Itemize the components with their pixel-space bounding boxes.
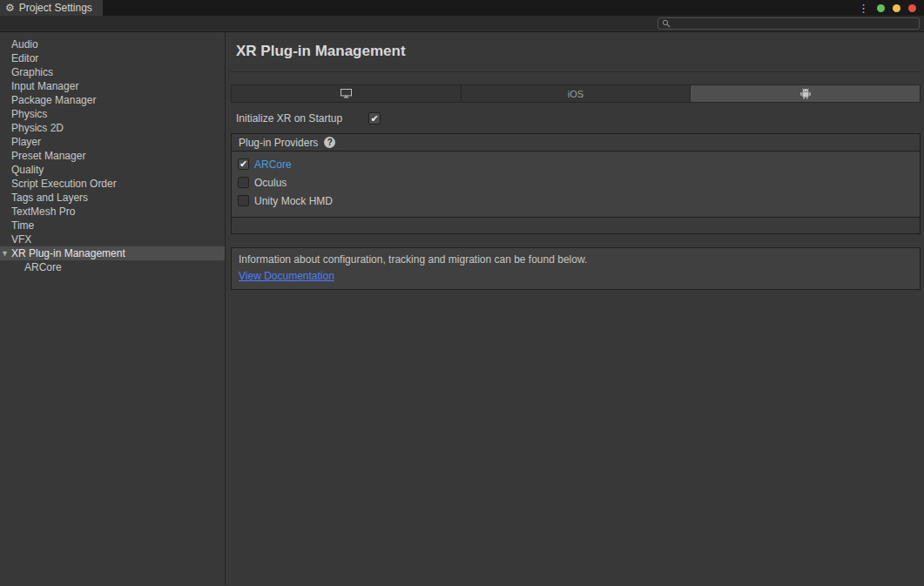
sidebar-item-physics[interactable]: Physics	[0, 107, 225, 121]
provider-row: ✔ARCore	[232, 155, 920, 173]
sidebar-item-tags-and-layers[interactable]: Tags and Layers	[0, 191, 225, 205]
provider-checkbox[interactable]	[238, 195, 249, 206]
initialize-xr-label: Initialize XR on Startup	[236, 112, 368, 125]
sidebar-list: AudioEditorGraphicsInput ManagerPackage …	[0, 37, 225, 274]
toolbar	[0, 16, 924, 32]
sidebar-item-label: Quality	[11, 164, 44, 176]
sidebar-item-vfx[interactable]: VFX	[0, 232, 225, 246]
sidebar-item-arcore[interactable]: ARCore	[0, 260, 225, 274]
project-settings-tab[interactable]: ⚙ Project Settings	[0, 0, 103, 16]
sidebar-item-label: Preset Manager	[11, 150, 85, 162]
help-icon[interactable]: ?	[324, 137, 335, 148]
main-panel: XR Plug-in Management iOS	[226, 32, 924, 585]
provider-row: Unity Mock HMD	[232, 192, 920, 210]
sidebar-item-script-execution-order[interactable]: Script Execution Order	[0, 177, 225, 191]
provider-label: ARCore	[254, 158, 292, 171]
sidebar-item-package-manager[interactable]: Package Manager	[0, 93, 225, 107]
sidebar-item-label: TextMesh Pro	[11, 205, 75, 218]
sidebar-item-editor[interactable]: Editor	[0, 51, 225, 65]
provider-row: Oculus	[232, 173, 920, 192]
sidebar-item-textmesh-pro[interactable]: TextMesh Pro	[0, 205, 225, 219]
window-tab-title: Project Settings	[19, 2, 92, 14]
sidebar-item-label: VFX	[11, 233, 31, 246]
provider-checkbox[interactable]: ✔	[238, 158, 249, 170]
sidebar-item-preset-manager[interactable]: Preset Manager	[0, 149, 225, 163]
window-dot-red[interactable]	[908, 4, 916, 12]
window-controls: ⋮	[858, 0, 924, 16]
sidebar-item-label: Tags and Layers	[11, 192, 88, 204]
page-title: XR Plug-in Management	[236, 43, 922, 60]
settings-sidebar: AudioEditorGraphicsInput ManagerPackage …	[0, 32, 226, 585]
info-box: Information about configuration, trackin…	[231, 247, 921, 290]
provider-checkbox[interactable]	[238, 177, 249, 188]
more-options-icon[interactable]: ⋮	[858, 3, 869, 14]
providers-footer	[232, 217, 920, 233]
sidebar-item-label: ARCore	[24, 261, 62, 273]
sidebar-item-label: Physics 2D	[11, 122, 64, 134]
sidebar-item-label: Input Manager	[11, 80, 78, 92]
search-field[interactable]	[658, 17, 920, 30]
info-text: Information about configuration, trackin…	[239, 253, 913, 266]
platform-tab-bar: iOS	[231, 84, 921, 103]
view-documentation-link[interactable]: View Documentation	[239, 270, 334, 282]
sidebar-item-xr-plug-in-management[interactable]: ▼XR Plug-in Management	[0, 246, 225, 260]
sidebar-item-player[interactable]: Player	[0, 135, 225, 149]
window-tab-strip: ⚙ Project Settings ⋮	[0, 0, 924, 16]
sidebar-item-label: Graphics	[11, 66, 53, 78]
sidebar-item-label: Physics	[11, 108, 47, 120]
window-dot-yellow[interactable]	[893, 4, 900, 12]
window-dot-green[interactable]	[877, 4, 885, 12]
disclosure-triangle-icon[interactable]: ▼	[1, 246, 9, 260]
sidebar-item-quality[interactable]: Quality	[0, 163, 225, 177]
gear-icon: ⚙	[5, 3, 15, 13]
provider-list: ✔ARCoreOculusUnity Mock HMD	[232, 152, 920, 217]
page-header: XR Plug-in Management	[229, 32, 922, 72]
tab-desktop[interactable]	[232, 85, 462, 102]
plugin-providers-box: Plug-in Providers ? ✔ARCoreOculusUnity M…	[231, 133, 921, 234]
search-input[interactable]	[674, 18, 915, 29]
plugin-providers-title: Plug-in Providers	[239, 137, 318, 149]
android-icon	[800, 88, 811, 99]
sidebar-item-label: Editor	[11, 52, 38, 64]
sidebar-item-audio[interactable]: Audio	[0, 37, 225, 51]
sidebar-item-label: Player	[11, 136, 41, 148]
tab-ios-label: iOS	[568, 89, 583, 99]
initialize-xr-row: Initialize XR on Startup ✔	[236, 112, 922, 125]
sidebar-item-time[interactable]: Time	[0, 219, 225, 232]
tab-ios[interactable]: iOS	[462, 85, 691, 102]
sidebar-item-label: Time	[11, 219, 34, 232]
plugin-providers-header: Plug-in Providers ?	[232, 134, 920, 152]
provider-label: Oculus	[254, 177, 287, 189]
project-settings-window: ⚙ Project Settings ⋮ AudioEditorGraphics…	[0, 0, 924, 585]
sidebar-item-graphics[interactable]: Graphics	[0, 65, 225, 79]
initialize-xr-checkbox[interactable]: ✔	[368, 112, 381, 125]
sidebar-item-label: Script Execution Order	[11, 178, 117, 190]
sidebar-item-physics-2d[interactable]: Physics 2D	[0, 121, 225, 135]
sidebar-item-label: Package Manager	[11, 94, 96, 106]
provider-label: Unity Mock HMD	[254, 195, 333, 207]
desktop-icon	[341, 89, 352, 98]
sidebar-item-label: XR Plug-in Management	[11, 247, 125, 259]
content-area: AudioEditorGraphicsInput ManagerPackage …	[0, 32, 924, 585]
sidebar-item-label: Audio	[11, 38, 38, 51]
sidebar-item-input-manager[interactable]: Input Manager	[0, 79, 225, 93]
search-icon	[662, 19, 671, 28]
tab-android[interactable]	[691, 85, 920, 102]
